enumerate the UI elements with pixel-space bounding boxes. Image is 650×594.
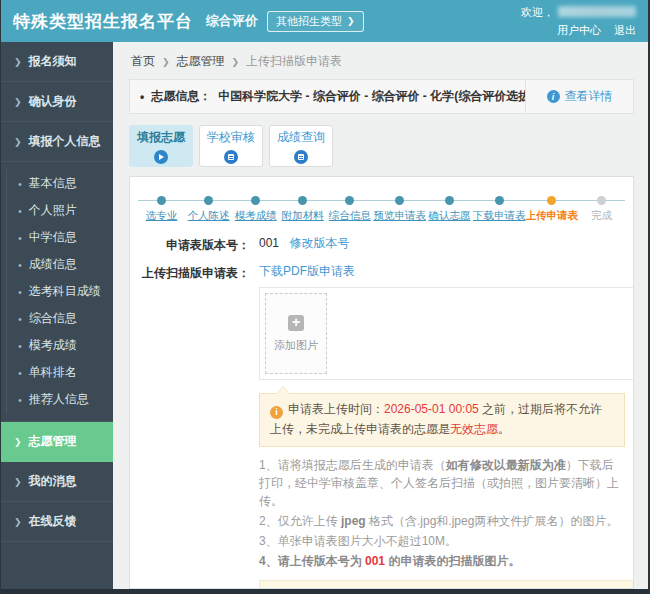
sidebar-item-label: 个人照片 (29, 202, 77, 219)
logout-link[interactable]: 退出 (614, 24, 636, 36)
step-download-form[interactable]: 下载申请表 (473, 193, 526, 223)
step-label[interactable]: 模考成绩 (235, 209, 277, 223)
step-choose-major[interactable]: 选专业 (138, 193, 185, 223)
download-pdf-link[interactable]: 下载PDF版申请表 (259, 264, 355, 278)
plus-icon: + (288, 315, 304, 331)
sidebar: ❯ 报名须知 ❯ 确认身份 ❯ 填报个人信息 • 基本信息 • 个人照片 • (1, 42, 113, 589)
step-dot (597, 196, 606, 205)
chevron-right-icon: ❯ (162, 57, 170, 67)
sidebar-item-label: 我的消息 (29, 473, 77, 490)
tab-fill-application[interactable]: 填报志愿 (129, 125, 193, 167)
sidebar-item-identity[interactable]: ❯ 确认身份 (1, 82, 113, 122)
application-info-bar: • 志愿信息： 中国科学院大学 - 综合评价 - 综合评价 - 化学(综合评价选… (129, 79, 634, 114)
sidebar-item-recommender[interactable]: • 推荐人信息 (7, 386, 113, 413)
deadline-text-end: 。 (498, 422, 510, 436)
upload-panel: + 添加图片 (259, 287, 634, 380)
application-info-label: 志愿信息： (151, 88, 211, 105)
sidebar-item-label: 中学信息 (29, 229, 77, 246)
sidebar-item-personal-info[interactable]: ❯ 填报个人信息 (1, 122, 113, 162)
bullet-icon: • (18, 259, 22, 271)
bullet-icon: • (140, 90, 144, 104)
sidebar-item-label: 成绩信息 (29, 256, 77, 273)
step-upload-form: 上传申请表 (525, 193, 578, 223)
upload-status-notice: ! 上传申请表未完成 上传申请表后，请务必点击 完成上传 按钮，否则报名无效。 (259, 580, 634, 589)
version-value: 001 (259, 236, 279, 250)
chevron-right-icon: ❯ (14, 97, 22, 107)
welcome-label: 欢迎， (521, 4, 554, 21)
page-body: ❯ 报名须知 ❯ 确认身份 ❯ 填报个人信息 • 基本信息 • 个人照片 • (1, 42, 648, 589)
main-content: 首页 ❯ 志愿管理 ❯ 上传扫描版申请表 • 志愿信息： 中国科学院大学 - 综… (113, 42, 648, 589)
step-additional-materials[interactable]: 附加材料 (279, 193, 326, 223)
header-user-area: 欢迎， 用户中心 退出 (521, 4, 636, 39)
deadline-invalid-text: 无效志愿 (450, 422, 498, 436)
chevron-right-icon: ❯ (14, 437, 22, 447)
sidebar-item-label: 填报个人信息 (29, 133, 101, 150)
step-label[interactable]: 下载申请表 (473, 209, 526, 223)
step-label[interactable]: 综合信息 (329, 209, 371, 223)
stage-tabs: 填报志愿 学校审核 成绩查询 (129, 125, 634, 167)
sidebar-item-elective-scores[interactable]: • 选考科目成绩 (7, 278, 113, 305)
info-icon: i (270, 406, 283, 419)
bullet-icon: • (18, 286, 22, 298)
step-comprehensive-info[interactable]: 综合信息 (326, 193, 373, 223)
instruction-line-2: 2、仅允许上传 jpeg 格式（含.jpg和.jpeg两种文件扩展名）的图片。 (259, 512, 625, 530)
step-dot (547, 196, 556, 205)
info-icon: i (547, 90, 560, 103)
deadline-text-pre: 申请表上传时间： (288, 402, 384, 416)
bullet-icon: • (18, 232, 22, 244)
sidebar-item-label: 志愿管理 (29, 433, 77, 450)
chevron-right-icon: ❯ (347, 16, 355, 26)
sidebar-item-subject-rank[interactable]: • 单科排名 (7, 359, 113, 386)
window-bottom-edge (1, 589, 648, 594)
sidebar-item-mock-exam[interactable]: • 模考成绩 (7, 332, 113, 359)
breadcrumb-home[interactable]: 首页 (131, 53, 155, 70)
step-label[interactable]: 确认志愿 (428, 209, 470, 223)
step-mock-scores[interactable]: 模考成绩 (232, 193, 279, 223)
sidebar-item-notice[interactable]: ❯ 报名须知 (1, 42, 113, 82)
add-image-label: 添加图片 (274, 338, 318, 353)
chevron-right-icon: ❯ (232, 57, 240, 67)
step-dot (445, 196, 454, 205)
edit-version-link[interactable]: 修改版本号 (289, 236, 349, 250)
sidebar-item-label: 选考科目成绩 (29, 283, 101, 300)
app-title: 特殊类型招生报名平台 (13, 10, 193, 33)
breadcrumb-section[interactable]: 志愿管理 (177, 53, 225, 70)
view-details-button[interactable]: i 查看详情 (525, 80, 633, 113)
sidebar-item-school-info[interactable]: • 中学信息 (7, 224, 113, 251)
tab-label: 填报志愿 (137, 129, 185, 146)
sidebar-item-label: 推荐人信息 (29, 391, 89, 408)
step-label[interactable]: 个人陈述 (188, 209, 230, 223)
tab-label: 成绩查询 (277, 129, 325, 146)
step-label[interactable]: 附加材料 (282, 209, 324, 223)
upload-row: 上传扫描版申请表： 下载PDF版申请表 + 添加图片 (138, 263, 625, 380)
step-personal-statement[interactable]: 个人陈述 (185, 193, 232, 223)
step-label: 完成 (591, 209, 612, 223)
sidebar-item-comprehensive-info[interactable]: • 综合信息 (7, 305, 113, 332)
step-dot (395, 196, 404, 205)
sidebar-item-application-management[interactable]: ❯ 志愿管理 (1, 422, 113, 462)
step-confirm-application[interactable]: 确认志愿 (426, 193, 473, 223)
tab-school-review[interactable]: 学校审核 (199, 125, 263, 167)
track-label: 综合评价 (206, 12, 258, 30)
document-icon (224, 150, 238, 164)
sidebar-item-messages[interactable]: ❯ 我的消息 (1, 462, 113, 502)
user-center-link[interactable]: 用户中心 (557, 24, 601, 36)
sidebar-item-photo[interactable]: • 个人照片 (7, 197, 113, 224)
sidebar-item-grades[interactable]: • 成绩信息 (7, 251, 113, 278)
add-image-button[interactable]: + 添加图片 (265, 293, 327, 374)
application-info-text: 中国科学院大学 - 综合评价 - 综合评价 - 化学(综合评价选拔) 等 3 个… (218, 88, 525, 105)
deadline-time: 2026-05-01 00:05 (384, 402, 479, 416)
sidebar-item-basic-info[interactable]: • 基本信息 (7, 170, 113, 197)
other-enroll-type-button[interactable]: 其他招生类型 ❯ (267, 11, 364, 32)
bullet-icon: • (18, 394, 22, 406)
step-label[interactable]: 预览申请表 (373, 209, 426, 223)
step-label[interactable]: 选专业 (146, 209, 178, 223)
sidebar-item-label: 在线反馈 (29, 513, 77, 530)
breadcrumb-current: 上传扫描版申请表 (246, 53, 342, 70)
play-icon (154, 150, 168, 164)
tab-score-query[interactable]: 成绩查询 (269, 125, 333, 167)
sidebar-item-feedback[interactable]: ❯ 在线反馈 (1, 502, 113, 542)
app-header: 特殊类型招生报名平台 综合评价 其他招生类型 ❯ 欢迎， 用户中心 退出 (1, 0, 648, 42)
step-dot (298, 196, 307, 205)
step-preview-form[interactable]: 预览申请表 (373, 193, 426, 223)
